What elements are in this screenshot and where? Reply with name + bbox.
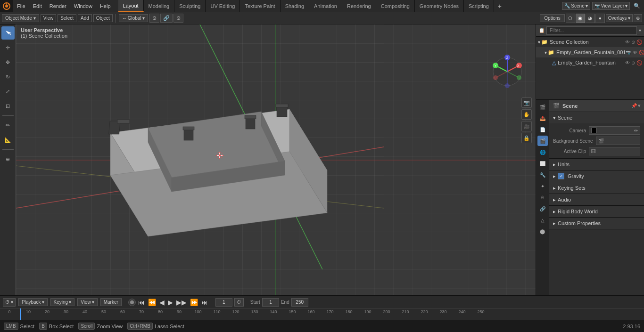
object-mode-selector[interactable]: Object Mode ▾ xyxy=(2,14,39,22)
view-layer-props-icon[interactable]: 📄 xyxy=(537,124,548,135)
search-icon[interactable]: 🔍 xyxy=(634,3,640,9)
world-props-icon[interactable]: 🌐 xyxy=(537,147,548,157)
tab-geometry-nodes[interactable]: Geometry Nodes xyxy=(415,0,464,12)
menu-file[interactable]: File xyxy=(13,0,29,12)
add-workspace-button[interactable]: + xyxy=(494,2,505,10)
tab-scripting[interactable]: Scripting xyxy=(464,0,494,12)
cam-action3[interactable]: 🚫 xyxy=(639,50,644,55)
tool-measure[interactable]: 📐 xyxy=(1,133,15,146)
view-menu[interactable]: View xyxy=(41,14,57,22)
props-options-btn[interactable]: ▾ xyxy=(638,103,640,108)
lock-icon[interactable]: 🔒 xyxy=(521,133,532,143)
tab-modeling[interactable]: Modeling xyxy=(144,0,175,12)
scene-section-header[interactable]: ▾ Scene xyxy=(549,112,644,123)
outliner-row-scene-collection[interactable]: ▾ 📁 Scene Collection 👁 ⊙ 🚫 xyxy=(536,37,644,47)
playback-dropdown[interactable]: Playback ▾ xyxy=(18,298,48,306)
particles-props-icon[interactable]: ✦ xyxy=(537,181,548,191)
tool-scale[interactable]: ⤢ xyxy=(1,85,15,98)
custom-props-section-header[interactable]: ▸ Custom Properties xyxy=(549,218,644,229)
select-action[interactable]: ⊙ xyxy=(631,40,635,45)
transform-pivot-btn[interactable]: ⊙ xyxy=(149,14,159,23)
viewport[interactable]: User Perspective (1) Scene Collection xyxy=(16,24,536,295)
tab-compositing[interactable]: Compositing xyxy=(376,0,415,12)
tool-rotate[interactable]: ↻ xyxy=(1,70,15,83)
props-pin-btn[interactable]: 📌 xyxy=(631,103,637,108)
tool-cursor[interactable]: ✛ xyxy=(1,41,15,54)
step-back-btn[interactable]: ◀ xyxy=(158,299,165,306)
object-props-icon[interactable]: ⬜ xyxy=(537,158,548,169)
add-menu[interactable]: Add xyxy=(78,14,92,22)
active-clip-value[interactable]: 🎞 xyxy=(589,147,640,155)
frame-timer-icon[interactable]: ⏱ xyxy=(234,298,244,307)
keying-sets-section-header[interactable]: ▸ Keying Sets xyxy=(549,182,644,194)
camera-value[interactable]: ✏ xyxy=(589,126,640,135)
modifier-props-icon[interactable]: 🔧 xyxy=(537,170,548,180)
play-btn[interactable]: ▶ xyxy=(167,299,174,306)
record-btn[interactable] xyxy=(128,299,136,306)
menu-window[interactable]: Window xyxy=(70,0,96,12)
next-frame-btn[interactable]: ⏩ xyxy=(189,299,199,306)
view-action[interactable]: 👁 xyxy=(625,40,630,45)
marker-dropdown[interactable]: Marker xyxy=(100,298,122,306)
options-btn[interactable]: Options xyxy=(540,14,564,22)
video-icon[interactable]: 🎥 xyxy=(521,121,532,131)
outliner-row-fountain[interactable]: △ Empty_Garden_Fountain 👁 ⊙ 🚫 xyxy=(536,57,644,68)
gravity-section-header[interactable]: ▸ ✓ Gravity xyxy=(549,170,644,182)
tool-select[interactable] xyxy=(1,26,15,40)
camera-edit-btn[interactable]: ✏ xyxy=(634,128,638,133)
object-menu[interactable]: Object xyxy=(93,14,113,22)
object-data-props-icon[interactable]: △ xyxy=(537,215,548,225)
jump-start-btn[interactable]: ⏮ xyxy=(137,299,146,306)
wireframe-btn[interactable]: ⬡ xyxy=(566,14,575,23)
output-props-icon[interactable]: 📤 xyxy=(537,113,548,123)
keying-dropdown[interactable]: Keying ▾ xyxy=(50,298,75,306)
rendered-btn[interactable]: ● xyxy=(595,14,605,23)
gizmo-btn[interactable]: ⊕ xyxy=(634,14,642,22)
menu-render[interactable]: Render xyxy=(46,0,70,12)
current-frame-input[interactable]: 1 xyxy=(215,298,232,307)
physics-props-icon[interactable]: ⚛ xyxy=(537,192,548,202)
menu-help[interactable]: Help xyxy=(96,0,115,12)
cam-action2[interactable]: 👁 xyxy=(633,50,637,55)
transform-global-selector[interactable]: ↔ Global ▾ xyxy=(119,14,148,22)
hand-icon[interactable]: ✋ xyxy=(521,109,532,120)
tab-uv-editing[interactable]: UV Editing xyxy=(206,0,240,12)
tool-transform[interactable]: ⊡ xyxy=(1,99,15,113)
tab-rendering[interactable]: Rendering xyxy=(342,0,376,12)
viewport-gizmo[interactable]: X Y Z xyxy=(488,53,526,90)
tool-add[interactable]: ⊕ xyxy=(1,153,15,166)
gravity-checkbox[interactable]: ✓ xyxy=(558,173,564,179)
outliner-row-fountain-001[interactable]: ▾ 📁 Empty_Garden_Fountain_001 📷 👁 🚫 xyxy=(536,47,644,57)
material-props-icon[interactable]: ⬤ xyxy=(537,226,548,236)
scene-props-icon[interactable]: 🎬 xyxy=(537,136,548,146)
solid-btn[interactable]: ◉ xyxy=(576,14,585,23)
jump-end-btn[interactable]: ⏭ xyxy=(200,299,209,306)
outliner-search[interactable] xyxy=(546,26,637,35)
clock-icon-btn[interactable]: ⏱ ▾ xyxy=(3,298,16,307)
mesh-select-action[interactable]: ⊙ xyxy=(631,60,635,65)
units-section-header[interactable]: ▸ Units xyxy=(549,159,644,170)
camera-icon[interactable]: 📷 xyxy=(521,97,532,108)
render-props-icon[interactable]: 🎬 xyxy=(537,102,548,112)
cam-view-action[interactable]: 📷 xyxy=(626,50,631,55)
end-frame-input[interactable]: 250 xyxy=(291,298,308,307)
proportional-btn[interactable]: ⊙ xyxy=(173,14,183,23)
bg-scene-value[interactable]: 🎬 xyxy=(596,137,640,145)
mesh-hide-action[interactable]: 🚫 xyxy=(636,60,642,65)
tool-move[interactable]: ✥ xyxy=(1,56,15,69)
menu-edit[interactable]: Edit xyxy=(29,0,46,12)
view-dropdown[interactable]: View ▾ xyxy=(77,298,98,306)
material-preview-btn[interactable]: ◕ xyxy=(586,14,595,23)
tab-layout[interactable]: Layout xyxy=(118,0,144,12)
constraints-props-icon[interactable]: 🔗 xyxy=(537,203,548,214)
step-fwd-btn[interactable]: ▶▶ xyxy=(175,299,188,306)
tab-sculpting[interactable]: Sculpting xyxy=(174,0,206,12)
frame-track[interactable]: 0 10 20 30 40 50 60 70 80 90 100 110 120… xyxy=(0,308,644,320)
snap-btn[interactable]: 🔗 xyxy=(160,14,173,23)
mesh-view-action[interactable]: 👁 xyxy=(625,60,630,65)
prev-frame-btn[interactable]: ⏪ xyxy=(147,299,157,306)
start-frame-input[interactable]: 1 xyxy=(262,298,279,307)
tool-annotate[interactable]: ✏ xyxy=(1,119,15,132)
tab-texture-paint[interactable]: Texture Paint xyxy=(240,0,280,12)
outliner-filter-btn[interactable]: ▾ xyxy=(639,28,641,33)
